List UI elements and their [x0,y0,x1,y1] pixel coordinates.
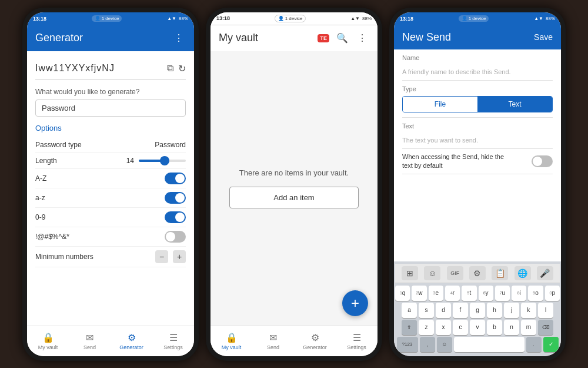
az-lower-toggle[interactable] [165,192,186,204]
kb-clipboard-icon[interactable]: 📋 [492,266,508,280]
type-file-button[interactable]: File [403,97,477,112]
copy-icon[interactable]: ⧉ [167,63,173,74]
password-type-row: Password type Password [35,137,186,153]
type-section: Type File Text [402,81,553,118]
generator-content: Iww11YXYxfjvNJ ⧉ ↻ What would you like t… [27,51,194,326]
nav-generator-1[interactable]: ⚙ Generator [111,326,152,356]
kb-key-t[interactable]: 5t [462,286,476,301]
kb-key-e[interactable]: 3e [429,286,443,301]
digits-toggle[interactable] [165,211,186,223]
stepper-plus[interactable]: + [173,250,186,263]
generate-label: What would you like to generate? [35,88,186,96]
status-right-1: ▲▼ 88% [167,16,188,21]
stepper-minus[interactable]: − [155,250,168,263]
kb-key-j[interactable]: j [504,303,519,318]
kb-key-z[interactable]: z [419,320,434,335]
kb-settings-icon[interactable]: ⚙ [469,266,486,280]
add-item-button[interactable]: Add an item [229,187,359,208]
kb-key-m[interactable]: m [521,320,536,335]
kb-period-key[interactable]: . [526,337,542,352]
kb-key-p[interactable]: 0p [545,286,560,301]
kb-emoji-icon[interactable]: ☺ [424,266,440,280]
save-button[interactable]: Save [534,32,553,42]
person-icon-3: 👤 [462,16,467,21]
nav-send-1[interactable]: ✉ Send [69,326,111,356]
send-nav-label-1: Send [83,344,96,350]
text-input[interactable] [402,132,553,137]
kb-key-f[interactable]: f [453,303,468,318]
kb-key-v[interactable]: v [470,320,485,335]
kb-key-d[interactable]: d [436,303,451,318]
status-time-1: 13:18 [33,16,46,22]
kb-emoji-key[interactable]: ☺ [437,337,452,352]
generate-type-value: Password [42,104,75,112]
kb-shift-key[interactable]: ⇧ [402,320,417,335]
battery-3: 88% [546,16,555,21]
kb-comma-key[interactable]: , [420,337,435,352]
phone-generator: 13:18 👤 1 device ▲▼ 88% Generator ⋮ Iww1… [22,8,199,361]
kb-key-u[interactable]: 7u [495,286,510,301]
special-row: !@#$%^&* [35,227,186,247]
nav-settings-1[interactable]: ☰ Settings [152,326,194,356]
generate-type-select[interactable]: Password [35,100,186,117]
options-title: Options [35,124,186,132]
kb-key-y[interactable]: 6y [479,286,493,301]
hide-toggle[interactable] [532,155,553,167]
kb-123-key[interactable]: ?123 [397,337,418,352]
kb-key-b[interactable]: b [487,320,502,335]
nav-send-2[interactable]: ✉ Send [252,326,294,356]
type-label: Type [402,85,553,92]
kb-key-o[interactable]: 9o [528,286,543,301]
vault-empty-text: There are no items in your vault. [239,168,349,177]
phone-send: 13:18 👤 1 device ▲▼ 88% New Send Save Na… [389,8,566,361]
send-nav-label-2: Send [267,344,279,350]
slider-thumb [160,156,169,165]
special-toggle[interactable] [165,231,186,243]
status-bar-2: 13:18 👤 1 device ▲▼ 88% [211,12,377,25]
search-icon[interactable]: 🔍 [335,31,349,45]
kb-grid-icon[interactable]: ⊞ [402,266,418,280]
device-badge-3: 👤 1 device [459,15,489,22]
nav-myvault-2[interactable]: 🔒 My vault [211,326,252,356]
length-slider[interactable] [139,160,186,162]
nav-settings-2[interactable]: ☰ Settings [336,326,377,356]
phone-vault: 13:18 👤 1 device ▲▼ 88% My vault TE 🔍 ⋮ … [206,8,382,361]
kb-space-key[interactable] [454,337,524,352]
kb-key-i[interactable]: 8i [512,286,526,301]
kb-key-g[interactable]: g [470,303,485,318]
digits-label: 0-9 [35,213,45,221]
refresh-icon[interactable]: ↻ [178,63,186,74]
kb-key-n[interactable]: n [504,320,519,335]
kb-enter-key[interactable]: ✓ [543,337,559,352]
new-send-title: New Send [402,31,451,44]
kb-key-x[interactable]: x [436,320,451,335]
kb-mic-icon[interactable]: 🎤 [537,266,553,280]
kb-key-k[interactable]: k [521,303,536,318]
password-type-value: Password [155,141,186,149]
more-menu-icon[interactable]: ⋮ [172,31,186,45]
kb-key-h[interactable]: h [487,303,502,318]
password-type-label: Password type [35,141,82,149]
type-text-button[interactable]: Text [477,97,552,112]
nav-myvault-1[interactable]: 🔒 My vault [27,326,69,356]
kb-key-l[interactable]: l [538,303,553,318]
az-toggle[interactable] [165,173,186,184]
device-badge-2: 👤 1 device [275,15,306,22]
keyboard: ⊞ ☺ GIF ⚙ 📋 🌐 🎤 1q 2w 3e 4r 5t 6y 7u 8i … [394,261,561,356]
nav-generator-2[interactable]: ⚙ Generator [294,326,336,356]
kb-key-q[interactable]: 1q [395,286,410,301]
fab-add-button[interactable]: + [342,290,368,316]
more-menu-icon-2[interactable]: ⋮ [355,31,369,45]
app-header-generator: Generator ⋮ [27,25,194,51]
vault-content: There are no items in your vault. Add an… [211,51,377,326]
kb-key-a[interactable]: a [402,303,417,318]
kb-key-c[interactable]: c [453,320,468,335]
kb-globe-icon[interactable]: 🌐 [514,266,531,280]
status-right-2: ▲▼ 88% [350,16,372,21]
kb-key-w[interactable]: 2w [412,286,426,301]
kb-key-r[interactable]: 4r [445,286,460,301]
name-input[interactable] [402,64,553,68]
kb-key-s[interactable]: s [419,303,434,318]
kb-backspace-key[interactable]: ⌫ [538,320,553,335]
kb-gif-btn[interactable]: GIF [447,266,463,280]
